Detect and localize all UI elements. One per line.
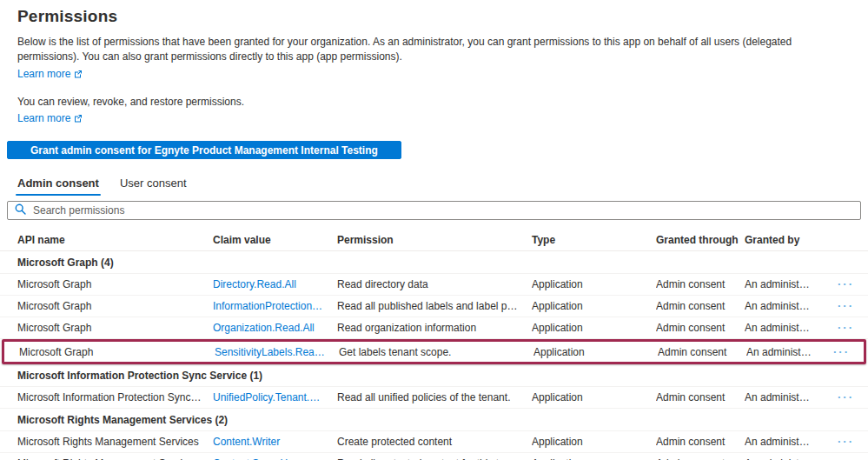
cell-claim-value-link[interactable]: UnifiedPolicy.Tenant.Read [213,391,337,403]
column-header-claim-value[interactable]: Claim value [213,234,337,246]
cell-granted-through: Admin consent [656,391,745,403]
search-input[interactable] [33,204,853,217]
tab-user-consent[interactable]: User consent [120,177,187,196]
highlighted-row-outline: Microsoft Graph SensitivityLabels.Read.A… [2,339,866,364]
consent-tabs: Admin consent User consent [17,177,868,196]
column-header-api-name[interactable]: API name [17,234,213,246]
table-row[interactable]: Microsoft Rights Management Services Con… [0,453,868,460]
search-icon [15,203,26,218]
cell-granted-by: An administrator [745,391,821,403]
column-header-permission[interactable]: Permission [337,234,532,246]
learn-more-label: Learn more [17,68,70,80]
group-header-mip-sync-service: Microsoft Information Protection Sync Se… [0,364,868,387]
cell-permission: Read all published labels and label poli… [337,300,532,312]
cell-api-name: Microsoft Information Protection Sync Se… [17,391,213,403]
cell-granted-by: An administrator [746,346,823,358]
cell-granted-through: Admin consent [658,346,746,358]
table-header-row: API name Claim value Permission Type Gra… [0,229,868,251]
cell-claim-value-link[interactable]: SensitivityLabels.Read.All [215,346,339,358]
more-options-icon[interactable]: ··· [821,437,859,446]
cell-permission: Get labels tenant scope. [339,346,533,358]
search-box[interactable] [7,201,861,220]
cell-api-name: Microsoft Graph [17,300,213,312]
more-options-icon[interactable]: ··· [821,280,859,289]
more-options-icon[interactable]: ··· [821,323,859,332]
table-row[interactable]: Microsoft Graph Organization.Read.All Re… [0,317,868,339]
table-row[interactable]: Microsoft Graph Directory.Read.All Read … [0,274,868,296]
cell-api-name: Microsoft Graph [17,278,213,290]
column-header-granted-by[interactable]: Granted by [745,234,821,246]
permissions-table: API name Claim value Permission Type Gra… [0,229,868,460]
cell-granted-through: Admin consent [656,436,745,448]
more-options-icon[interactable]: ··· [821,393,859,402]
table-row[interactable]: Microsoft Graph InformationProtectionPol… [0,296,868,317]
learn-more-label-2: Learn more [17,112,70,124]
cell-granted-through: Admin consent [656,322,745,334]
cell-permission: Create protected content [337,436,532,448]
cell-api-name: Microsoft Rights Management Services [17,436,213,448]
cell-granted-by: An administrator [745,300,821,312]
cell-type: Application [532,322,656,334]
cell-granted-through: Admin consent [656,300,745,312]
cell-type: Application [532,278,656,290]
cell-api-name: Microsoft Graph [17,322,213,334]
cell-permission: Read all unified policies of the tenant. [337,391,532,403]
cell-claim-value-link[interactable]: Content.Writer [213,436,337,448]
more-options-icon[interactable]: ··· [821,302,859,310]
table-row-highlighted[interactable]: Microsoft Graph SensitivityLabels.Read.A… [4,342,864,362]
group-header-rights-management: Microsoft Rights Management Services (2) [0,409,868,431]
cell-type: Application [532,300,656,312]
cell-type: Application [532,391,656,403]
cell-granted-by: An administrator [745,278,821,290]
cell-type: Application [533,346,658,358]
grant-admin-consent-button[interactable]: Grant admin consent for Egnyte Product M… [7,141,401,159]
cell-permission: Read organization information [337,322,532,334]
cell-api-name: Microsoft Graph [19,346,215,358]
table-row[interactable]: Microsoft Rights Management Services Con… [0,431,868,453]
permissions-page: Permissions Below is the list of permiss… [0,7,868,460]
cell-granted-by: An administrator [745,322,821,334]
cell-granted-by: An administrator [745,436,821,448]
column-header-granted-through[interactable]: Granted through [656,234,745,246]
more-options-icon[interactable]: ··· [823,348,855,357]
cell-type: Application [532,436,656,448]
external-link-icon [74,114,83,123]
column-header-type[interactable]: Type [532,234,656,246]
learn-more-link[interactable]: Learn more [17,68,83,80]
cell-claim-value-link[interactable]: Directory.Read.All [213,278,337,290]
review-text: You can review, revoke, and restore perm… [17,95,847,110]
page-description: Below is the list of permissions that ha… [17,35,847,65]
cell-granted-through: Admin consent [656,278,745,290]
page-title: Permissions [17,7,868,26]
table-row[interactable]: Microsoft Information Protection Sync Se… [0,387,868,409]
cell-claim-value-link[interactable]: InformationProtectionPolicy... [213,300,337,312]
cell-permission: Read directory data [337,278,532,290]
learn-more-link-2[interactable]: Learn more [17,112,83,124]
external-link-icon [74,70,83,78]
group-header-microsoft-graph: Microsoft Graph (4) [0,251,868,274]
tab-admin-consent[interactable]: Admin consent [17,177,99,196]
cell-claim-value-link[interactable]: Organization.Read.All [213,322,337,334]
